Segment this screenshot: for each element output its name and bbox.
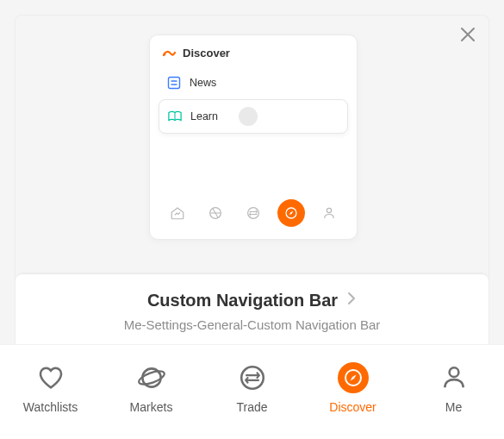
menu-item-news[interactable]: News — [159, 66, 348, 99]
nav-me[interactable]: Me — [411, 362, 497, 414]
mini-nav-home[interactable] — [164, 199, 191, 227]
svg-point-11 — [137, 368, 165, 386]
chevron-right-icon — [346, 291, 357, 310]
svg-point-7 — [248, 208, 259, 219]
menu-item-label: News — [190, 77, 216, 89]
trade-icon — [237, 362, 268, 393]
svg-point-0 — [164, 53, 166, 55]
home-icon — [170, 205, 185, 221]
mini-nav-me[interactable] — [315, 199, 343, 227]
drag-handle[interactable] — [239, 107, 258, 126]
menu-item-label: Learn — [190, 110, 218, 122]
phone-preview: Discover News — [149, 34, 358, 240]
mini-nav — [150, 199, 357, 227]
nav-label: Markets — [130, 400, 173, 414]
planet-icon — [136, 362, 167, 393]
nav-markets[interactable]: Markets — [109, 362, 195, 414]
info-card: Custom Navigation Bar Me-Settings-Genera… — [16, 273, 488, 344]
svg-point-9 — [327, 208, 331, 212]
nav-watchlists[interactable]: Watchlists — [8, 362, 94, 414]
close-button[interactable] — [459, 24, 476, 47]
nav-discover[interactable]: Discover — [310, 362, 396, 414]
person-icon — [439, 362, 470, 393]
phone-header: Discover — [150, 35, 357, 66]
heart-icon — [35, 362, 66, 393]
person-icon — [321, 205, 337, 221]
main-nav-bar: Watchlists Markets Trade — [0, 344, 504, 439]
mini-nav-trade[interactable] — [240, 199, 267, 227]
markets-icon — [208, 205, 223, 221]
nav-label: Discover — [329, 400, 376, 414]
svg-point-12 — [241, 367, 264, 389]
mini-nav-markets[interactable] — [202, 199, 229, 227]
nav-label: Me — [445, 400, 462, 414]
compass-icon — [338, 362, 369, 393]
card-title-row[interactable]: Custom Navigation Bar — [147, 291, 357, 310]
nav-label: Watchlists — [23, 400, 78, 414]
phone-title: Discover — [183, 47, 230, 60]
nav-trade[interactable]: Trade — [209, 362, 296, 414]
discover-menu: News Learn — [150, 66, 357, 134]
close-icon — [459, 26, 476, 43]
card-title: Custom Navigation Bar — [147, 291, 338, 310]
svg-rect-1 — [169, 78, 180, 89]
news-icon — [167, 76, 181, 90]
menu-item-learn[interactable]: Learn — [159, 99, 348, 134]
nav-label: Trade — [236, 400, 267, 414]
svg-point-14 — [449, 367, 458, 377]
learn-icon — [168, 110, 182, 123]
app-logo-icon — [162, 48, 176, 59]
mini-nav-discover[interactable] — [277, 199, 305, 227]
trade-icon — [246, 205, 261, 221]
compass-icon — [283, 205, 299, 221]
card-subtitle: Me-Settings-General-Custom Navigation Ba… — [24, 317, 480, 332]
